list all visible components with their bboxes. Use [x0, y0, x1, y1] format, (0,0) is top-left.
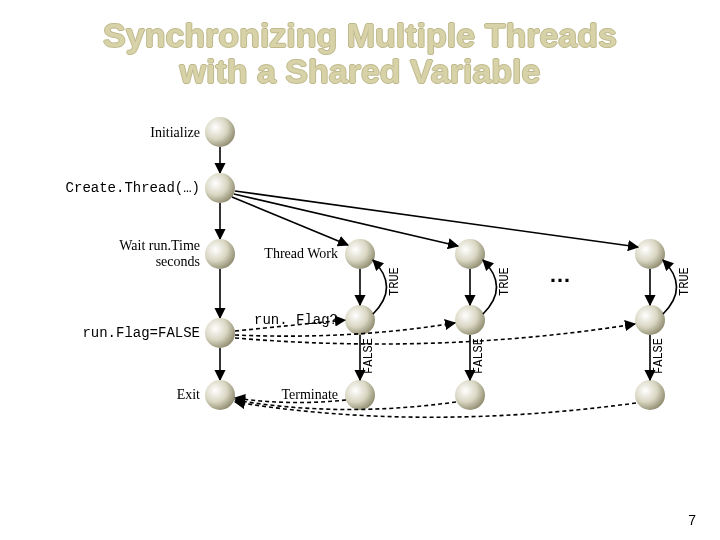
node-terminate-3: [635, 380, 665, 410]
node-exit: [205, 380, 235, 410]
label-true-1: TRUE: [388, 267, 402, 296]
label-runflag-q: run. Flag?: [254, 312, 338, 328]
label-false-2: FALSE: [472, 338, 486, 374]
label-wait-runtime-2: seconds: [156, 254, 200, 269]
label-create-thread: Create.Thread(…): [66, 180, 200, 196]
edge-true-loop-2: [483, 260, 497, 314]
label-initialize: Initialize: [150, 125, 200, 140]
page-number: 7: [688, 512, 696, 528]
node-runflag-q-2: [455, 305, 485, 335]
node-initialize: [205, 117, 235, 147]
label-runflag-false: run.Flag=FALSE: [82, 325, 200, 341]
label-terminate: Terminate: [281, 387, 338, 402]
node-thread-work-2: [455, 239, 485, 269]
label-thread-work: Thread Work: [264, 246, 338, 261]
edge-spawn-2: [234, 194, 458, 246]
edge-true-loop-3: [663, 260, 677, 314]
node-create-thread: [205, 173, 235, 203]
edge-term-to-exit-3: [235, 402, 636, 417]
node-runflag-q-3: [635, 305, 665, 335]
ellipsis: …: [549, 262, 571, 287]
node-wait-runtime: [205, 239, 235, 269]
diagram: Initialize Create.Thread(…) Wait run.Tim…: [0, 0, 720, 540]
node-thread-work-1: [345, 239, 375, 269]
slide: Synchronizing Multiple Threads with a Sh…: [0, 0, 720, 540]
edge-true-loop-1: [373, 260, 387, 314]
node-terminate-1: [345, 380, 375, 410]
label-false-3: FALSE: [652, 338, 666, 374]
label-true-2: TRUE: [498, 267, 512, 296]
node-terminate-2: [455, 380, 485, 410]
label-true-3: TRUE: [678, 267, 692, 296]
label-exit: Exit: [177, 387, 200, 402]
node-thread-work-3: [635, 239, 665, 269]
label-wait-runtime-1: Wait run.Time: [119, 238, 200, 253]
node-runflag-false: [205, 318, 235, 348]
node-runflag-q-1: [345, 305, 375, 335]
edge-spawn-3: [235, 191, 638, 247]
